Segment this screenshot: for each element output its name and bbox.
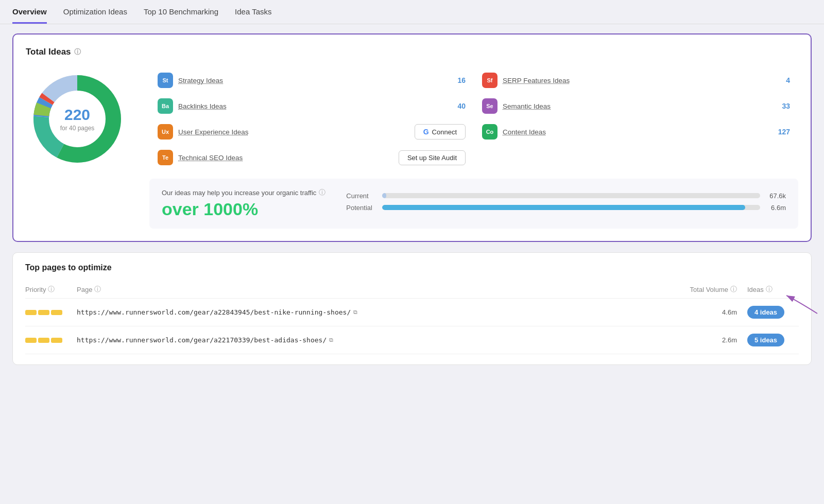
col-priority: Priority ⓘ <box>25 285 77 294</box>
traffic-info-icon[interactable]: ⓘ <box>319 188 325 197</box>
label-backlinks[interactable]: Backlinks Ideas <box>178 102 445 110</box>
tab-optimization-ideas[interactable]: Optimization Ideas <box>63 7 127 24</box>
traffic-left: Our ideas may help you increase your org… <box>162 188 325 219</box>
volume-info-icon[interactable]: ⓘ <box>730 285 737 294</box>
volume-2: 2.6m <box>675 336 747 344</box>
idea-row-content: Co Content Ideas 127 <box>474 119 798 145</box>
tab-overview[interactable]: Overview <box>12 7 47 24</box>
tab-benchmarking[interactable]: Top 10 Benchmarking <box>144 7 218 24</box>
label-serp[interactable]: SERP Features Ideas <box>503 77 769 84</box>
count-serp: 4 <box>775 76 790 84</box>
idea-row-backlinks: Ba Backlinks Ideas 40 <box>149 93 474 119</box>
main-content: Total Ideas ⓘ <box>0 24 824 374</box>
ideas-right-col: Sf SERP Features Ideas 4 Se Semantic Ide… <box>474 67 798 170</box>
badge-semantic: Se <box>482 98 497 114</box>
potential-bar-fill <box>382 205 745 210</box>
badge-serp: Sf <box>482 73 497 88</box>
tab-idea-tasks[interactable]: Idea Tasks <box>235 7 271 24</box>
page-info-icon[interactable]: ⓘ <box>94 285 101 294</box>
donut-number: 220 <box>60 106 95 124</box>
potential-label: Potential <box>346 204 377 212</box>
bar-row-potential: Potential 6.6m <box>346 204 786 212</box>
current-bar-track <box>382 193 760 198</box>
badge-ux: Ux <box>158 124 173 140</box>
priority-bar <box>25 310 37 315</box>
label-strategy[interactable]: Strategy Ideas <box>178 77 445 84</box>
current-label: Current <box>346 192 377 200</box>
label-ux[interactable]: User Experience Ideas <box>178 128 409 136</box>
page-url-2[interactable]: https://www.runnersworld.com/gear/a22170… <box>77 336 675 344</box>
current-bar-fill <box>382 193 386 198</box>
count-semantic: 33 <box>775 102 790 110</box>
badge-backlinks: Ba <box>158 98 173 114</box>
donut-chart: 220 for 40 pages <box>26 67 129 170</box>
external-link-icon-1: ⧉ <box>353 309 357 316</box>
count-backlinks: 40 <box>450 102 466 110</box>
info-icon[interactable]: ⓘ <box>74 47 81 57</box>
current-value: 67.6k <box>765 192 786 200</box>
traffic-subtitle: Our ideas may help you increase your org… <box>162 188 325 197</box>
priority-bar <box>51 310 62 315</box>
priority-bar <box>25 338 37 343</box>
ideas-badge-button-2[interactable]: 5 ideas <box>747 334 784 346</box>
nav-tabs: Overview Optimization Ideas Top 10 Bench… <box>0 0 824 24</box>
ideas-columns: St Strategy Ideas 16 Ba Backlinks Ideas … <box>149 67 798 229</box>
col-page: Page ⓘ <box>77 285 675 294</box>
potential-value: 6.6m <box>765 204 786 212</box>
google-g-icon: G <box>423 128 429 136</box>
total-ideas-title: Total Ideas ⓘ <box>26 47 798 57</box>
priority-bar <box>51 338 62 343</box>
setup-site-audit-button[interactable]: Set up Site Audit <box>399 150 466 165</box>
bar-row-current: Current 67.6k <box>346 192 786 200</box>
idea-row-ux: Ux User Experience Ideas G Connect <box>149 119 474 145</box>
priority-bars-1 <box>25 310 77 315</box>
priority-bar <box>38 338 49 343</box>
page-url-1[interactable]: https://www.runnersworld.com/gear/a22843… <box>77 308 675 316</box>
badge-strategy: St <box>158 73 173 88</box>
count-strategy: 16 <box>450 76 466 84</box>
ideas-info-icon[interactable]: ⓘ <box>766 285 772 294</box>
table-header: Priority ⓘ Page ⓘ Total Volume ⓘ Ideas ⓘ <box>25 281 799 299</box>
label-semantic[interactable]: Semantic Ideas <box>503 102 769 110</box>
label-content[interactable]: Content Ideas <box>503 128 769 136</box>
ideas-badge-2: 5 ideas <box>747 334 799 346</box>
potential-bar-track <box>382 205 760 210</box>
count-content: 127 <box>775 128 790 136</box>
donut-center: 220 for 40 pages <box>60 106 95 132</box>
ideas-left-col: St Strategy Ideas 16 Ba Backlinks Ideas … <box>149 67 474 170</box>
col-volume: Total Volume ⓘ <box>675 285 747 294</box>
traffic-section: Our ideas may help you increase your org… <box>149 179 798 229</box>
badge-content: Co <box>482 124 497 140</box>
ideas-body: 220 for 40 pages St Strategy Ideas 16 <box>26 67 798 229</box>
badge-technical: Te <box>158 150 173 165</box>
label-technical[interactable]: Technical SEO Ideas <box>178 154 393 162</box>
idea-row-semantic: Se Semantic Ideas 33 <box>474 93 798 119</box>
traffic-bars: Current 67.6k Potential 6.6m <box>346 192 786 216</box>
traffic-percent: over 1000% <box>162 199 325 219</box>
table-row: https://www.runnersworld.com/gear/a22843… <box>25 299 799 326</box>
title-text: Total Ideas <box>26 47 71 57</box>
top-pages-title: Top pages to optimize <box>25 263 799 272</box>
priority-bars-2 <box>25 338 77 343</box>
idea-row-technical: Te Technical SEO Ideas Set up Site Audit <box>149 145 474 170</box>
top-pages-card: Top pages to optimize Priority ⓘ Page ⓘ … <box>12 252 812 365</box>
ideas-badge-button-1[interactable]: 4 ideas <box>747 306 784 319</box>
ideas-badge-1: 4 ideas <box>747 306 799 319</box>
idea-row-serp: Sf SERP Features Ideas 4 <box>474 67 798 93</box>
donut-sublabel: for 40 pages <box>60 125 95 132</box>
priority-info-icon[interactable]: ⓘ <box>48 285 55 294</box>
external-link-icon-2: ⧉ <box>329 337 333 343</box>
ideas-grid: St Strategy Ideas 16 Ba Backlinks Ideas … <box>149 67 798 170</box>
connect-label: Connect <box>432 128 457 136</box>
connect-button[interactable]: G Connect <box>415 124 466 140</box>
total-ideas-card: Total Ideas ⓘ <box>12 33 812 242</box>
priority-bar <box>38 310 49 315</box>
volume-1: 4.6m <box>675 308 747 316</box>
arrow-annotation <box>786 290 824 316</box>
idea-row-strategy: St Strategy Ideas 16 <box>149 67 474 93</box>
table-row: https://www.runnersworld.com/gear/a22170… <box>25 326 799 354</box>
